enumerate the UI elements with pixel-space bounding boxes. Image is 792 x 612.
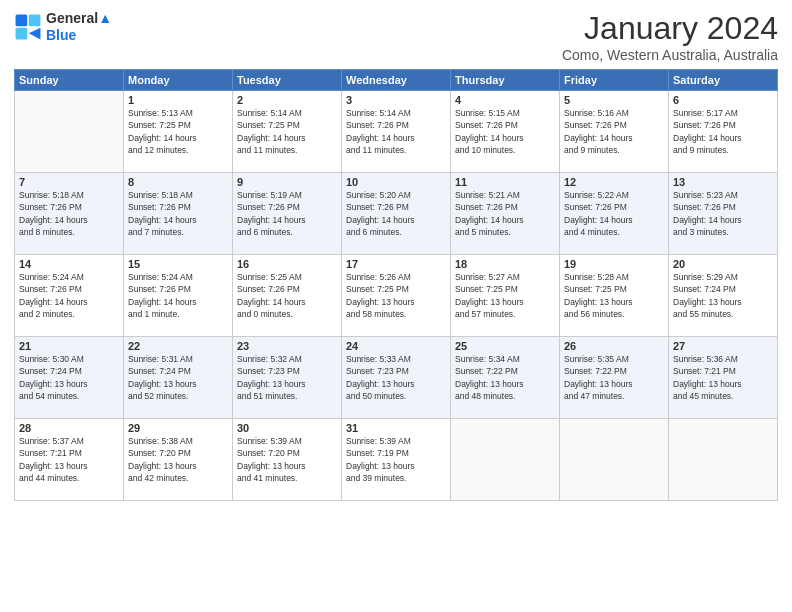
day-cell: 9Sunrise: 5:19 AMSunset: 7:26 PMDaylight…: [233, 173, 342, 255]
day-cell: 5Sunrise: 5:16 AMSunset: 7:26 PMDaylight…: [560, 91, 669, 173]
day-number: 22: [128, 340, 228, 352]
header-friday: Friday: [560, 70, 669, 91]
day-cell: 3Sunrise: 5:14 AMSunset: 7:26 PMDaylight…: [342, 91, 451, 173]
day-number: 31: [346, 422, 446, 434]
day-number: 25: [455, 340, 555, 352]
day-cell: 13Sunrise: 5:23 AMSunset: 7:26 PMDayligh…: [669, 173, 778, 255]
day-number: 12: [564, 176, 664, 188]
day-info: Sunrise: 5:18 AMSunset: 7:26 PMDaylight:…: [128, 189, 228, 238]
day-info: Sunrise: 5:34 AMSunset: 7:22 PMDaylight:…: [455, 353, 555, 402]
day-info: Sunrise: 5:33 AMSunset: 7:23 PMDaylight:…: [346, 353, 446, 402]
day-cell: 29Sunrise: 5:38 AMSunset: 7:20 PMDayligh…: [124, 419, 233, 501]
day-number: 17: [346, 258, 446, 270]
page: General▲ Blue January 2024 Como, Western…: [0, 0, 792, 612]
header: General▲ Blue January 2024 Como, Western…: [14, 10, 778, 63]
day-cell: 27Sunrise: 5:36 AMSunset: 7:21 PMDayligh…: [669, 337, 778, 419]
day-number: 2: [237, 94, 337, 106]
day-cell: 26Sunrise: 5:35 AMSunset: 7:22 PMDayligh…: [560, 337, 669, 419]
day-number: 6: [673, 94, 773, 106]
day-number: 9: [237, 176, 337, 188]
logo: General▲ Blue: [14, 10, 112, 44]
day-number: 24: [346, 340, 446, 352]
header-wednesday: Wednesday: [342, 70, 451, 91]
day-number: 13: [673, 176, 773, 188]
day-info: Sunrise: 5:32 AMSunset: 7:23 PMDaylight:…: [237, 353, 337, 402]
day-info: Sunrise: 5:38 AMSunset: 7:20 PMDaylight:…: [128, 435, 228, 484]
day-number: 20: [673, 258, 773, 270]
day-number: 29: [128, 422, 228, 434]
day-info: Sunrise: 5:39 AMSunset: 7:20 PMDaylight:…: [237, 435, 337, 484]
day-number: 10: [346, 176, 446, 188]
day-cell: 10Sunrise: 5:20 AMSunset: 7:26 PMDayligh…: [342, 173, 451, 255]
day-info: Sunrise: 5:37 AMSunset: 7:21 PMDaylight:…: [19, 435, 119, 484]
week-row-0: 1Sunrise: 5:13 AMSunset: 7:25 PMDaylight…: [15, 91, 778, 173]
day-cell: 24Sunrise: 5:33 AMSunset: 7:23 PMDayligh…: [342, 337, 451, 419]
day-cell: 6Sunrise: 5:17 AMSunset: 7:26 PMDaylight…: [669, 91, 778, 173]
header-row: SundayMondayTuesdayWednesdayThursdayFrid…: [15, 70, 778, 91]
day-info: Sunrise: 5:29 AMSunset: 7:24 PMDaylight:…: [673, 271, 773, 320]
day-cell: 18Sunrise: 5:27 AMSunset: 7:25 PMDayligh…: [451, 255, 560, 337]
logo-blue-text: Blue: [46, 27, 112, 44]
day-info: Sunrise: 5:28 AMSunset: 7:25 PMDaylight:…: [564, 271, 664, 320]
day-number: 3: [346, 94, 446, 106]
header-tuesday: Tuesday: [233, 70, 342, 91]
day-info: Sunrise: 5:21 AMSunset: 7:26 PMDaylight:…: [455, 189, 555, 238]
day-number: 4: [455, 94, 555, 106]
day-cell: 25Sunrise: 5:34 AMSunset: 7:22 PMDayligh…: [451, 337, 560, 419]
day-cell: 4Sunrise: 5:15 AMSunset: 7:26 PMDaylight…: [451, 91, 560, 173]
day-number: 15: [128, 258, 228, 270]
day-cell: 28Sunrise: 5:37 AMSunset: 7:21 PMDayligh…: [15, 419, 124, 501]
day-cell: 14Sunrise: 5:24 AMSunset: 7:26 PMDayligh…: [15, 255, 124, 337]
title-block: January 2024 Como, Western Australia, Au…: [562, 10, 778, 63]
calendar-subtitle: Como, Western Australia, Australia: [562, 47, 778, 63]
day-cell: 20Sunrise: 5:29 AMSunset: 7:24 PMDayligh…: [669, 255, 778, 337]
day-number: 19: [564, 258, 664, 270]
logo-general: General: [46, 10, 98, 26]
day-info: Sunrise: 5:23 AMSunset: 7:26 PMDaylight:…: [673, 189, 773, 238]
day-info: Sunrise: 5:24 AMSunset: 7:26 PMDaylight:…: [19, 271, 119, 320]
day-info: Sunrise: 5:35 AMSunset: 7:22 PMDaylight:…: [564, 353, 664, 402]
svg-marker-3: [29, 28, 41, 40]
day-info: Sunrise: 5:14 AMSunset: 7:26 PMDaylight:…: [346, 107, 446, 156]
day-info: Sunrise: 5:15 AMSunset: 7:26 PMDaylight:…: [455, 107, 555, 156]
day-info: Sunrise: 5:39 AMSunset: 7:19 PMDaylight:…: [346, 435, 446, 484]
day-cell: 16Sunrise: 5:25 AMSunset: 7:26 PMDayligh…: [233, 255, 342, 337]
calendar-table: SundayMondayTuesdayWednesdayThursdayFrid…: [14, 69, 778, 501]
week-row-2: 14Sunrise: 5:24 AMSunset: 7:26 PMDayligh…: [15, 255, 778, 337]
day-cell: 8Sunrise: 5:18 AMSunset: 7:26 PMDaylight…: [124, 173, 233, 255]
week-row-1: 7Sunrise: 5:18 AMSunset: 7:26 PMDaylight…: [15, 173, 778, 255]
day-info: Sunrise: 5:25 AMSunset: 7:26 PMDaylight:…: [237, 271, 337, 320]
day-info: Sunrise: 5:14 AMSunset: 7:25 PMDaylight:…: [237, 107, 337, 156]
day-cell: 17Sunrise: 5:26 AMSunset: 7:25 PMDayligh…: [342, 255, 451, 337]
day-number: 8: [128, 176, 228, 188]
day-info: Sunrise: 5:20 AMSunset: 7:26 PMDaylight:…: [346, 189, 446, 238]
day-number: 28: [19, 422, 119, 434]
day-cell: 1Sunrise: 5:13 AMSunset: 7:25 PMDaylight…: [124, 91, 233, 173]
day-number: 16: [237, 258, 337, 270]
day-number: 18: [455, 258, 555, 270]
day-cell: 11Sunrise: 5:21 AMSunset: 7:26 PMDayligh…: [451, 173, 560, 255]
day-info: Sunrise: 5:17 AMSunset: 7:26 PMDaylight:…: [673, 107, 773, 156]
day-number: 21: [19, 340, 119, 352]
day-info: Sunrise: 5:36 AMSunset: 7:21 PMDaylight:…: [673, 353, 773, 402]
header-thursday: Thursday: [451, 70, 560, 91]
day-cell: 2Sunrise: 5:14 AMSunset: 7:25 PMDaylight…: [233, 91, 342, 173]
day-cell: [451, 419, 560, 501]
calendar-title: January 2024: [562, 10, 778, 47]
day-info: Sunrise: 5:31 AMSunset: 7:24 PMDaylight:…: [128, 353, 228, 402]
header-monday: Monday: [124, 70, 233, 91]
day-number: 14: [19, 258, 119, 270]
day-info: Sunrise: 5:22 AMSunset: 7:26 PMDaylight:…: [564, 189, 664, 238]
logo-text: General▲ Blue: [46, 10, 112, 44]
week-row-3: 21Sunrise: 5:30 AMSunset: 7:24 PMDayligh…: [15, 337, 778, 419]
day-cell: [560, 419, 669, 501]
day-cell: 22Sunrise: 5:31 AMSunset: 7:24 PMDayligh…: [124, 337, 233, 419]
day-number: 26: [564, 340, 664, 352]
day-number: 5: [564, 94, 664, 106]
day-info: Sunrise: 5:27 AMSunset: 7:25 PMDaylight:…: [455, 271, 555, 320]
day-cell: [15, 91, 124, 173]
svg-rect-2: [16, 28, 28, 40]
svg-rect-1: [29, 14, 41, 26]
day-number: 27: [673, 340, 773, 352]
day-info: Sunrise: 5:19 AMSunset: 7:26 PMDaylight:…: [237, 189, 337, 238]
